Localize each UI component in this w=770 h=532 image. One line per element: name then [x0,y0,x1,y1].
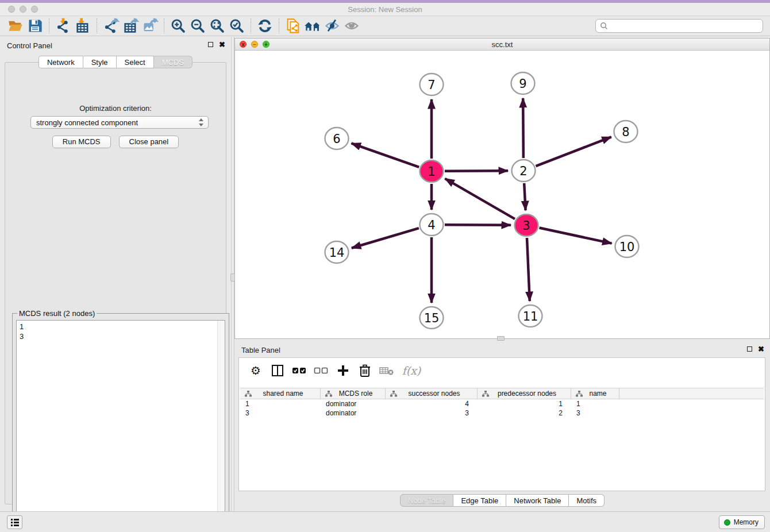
edge-2-3[interactable] [524,183,525,210]
gear-icon[interactable]: ⚙ [247,363,264,379]
show-all-icon[interactable] [342,17,361,34]
tab-edge-table[interactable]: Edge Table [453,494,506,507]
close-panel-button[interactable]: Close panel [119,136,179,148]
cell-successor: 4 [386,399,478,408]
app-title: Session: New Session [0,5,770,14]
network-resize-handle[interactable] [497,336,505,341]
table-toolbar: ⚙f(x) [239,358,765,383]
node-9[interactable]: 9 [511,72,535,94]
result-scrollbar[interactable] [217,321,225,522]
mcds-result-text: 1 3 [20,322,24,341]
export-image-icon[interactable] [140,17,160,34]
fit-content-icon[interactable] [207,17,227,34]
column-header-predecessor-nodes[interactable]: predecessor nodes [478,388,571,399]
columns-icon[interactable] [269,363,286,379]
node-14[interactable]: 14 [325,241,349,263]
network-window-titlebar[interactable]: x − + scc.txt [235,38,769,51]
node-11[interactable]: 11 [519,305,542,327]
zoom-out-icon[interactable] [188,17,207,34]
import-table-icon[interactable] [73,17,93,34]
search-input[interactable] [609,20,763,32]
control-panel-header: Control Panel ✖ [0,37,231,54]
main-toolbar [0,16,770,36]
edge-2-8[interactable] [536,137,611,166]
zoom-selected-icon[interactable] [227,17,247,34]
column-header-successor-nodes[interactable]: successor nodes [386,388,478,399]
task-list-icon [10,518,20,527]
node-1[interactable]: 1 [420,160,444,182]
task-history-button[interactable] [7,515,22,529]
edge-3-10[interactable] [540,228,612,244]
node-2[interactable]: 2 [512,160,536,182]
column-header-shared-name[interactable]: shared name [240,388,321,399]
import-network-icon[interactable] [53,17,73,34]
criterion-dropdown[interactable]: strongly connected component [30,116,209,129]
edge-3-1[interactable] [445,179,515,219]
network-view-window: x − + scc.txt 7968124314101511 [234,38,770,339]
run-mcds-button[interactable]: Run MCDS [52,136,111,148]
search-field[interactable] [595,19,763,33]
memory-button[interactable]: Memory [719,515,765,529]
node-label-14: 14 [329,246,345,260]
node-4[interactable]: 4 [420,214,444,236]
export-network-icon[interactable] [101,17,121,34]
edge-2-9[interactable] [523,98,523,158]
hide-selected-icon[interactable] [322,17,342,34]
tab-motifs[interactable]: Motifs [569,494,605,507]
tab-node-table[interactable]: Node Table [400,494,454,507]
unselect-all-icon[interactable] [313,363,330,379]
close-panel-icon[interactable]: ✖ [219,41,225,48]
column-header-MCDS-role[interactable]: MCDS role [321,388,386,399]
node-10[interactable]: 10 [615,236,639,257]
edge-4-3[interactable] [445,225,511,225]
float-panel-icon[interactable] [208,42,213,47]
node-6[interactable]: 6 [325,128,349,149]
delete-row-icon[interactable] [356,363,374,379]
node-8[interactable]: 8 [614,121,638,142]
hierarchy-sort-icon [245,391,252,397]
mcds-result-area[interactable]: 1 3 [16,320,225,522]
column-header-name[interactable]: name [571,388,619,399]
cell-name: 3 [571,408,619,418]
table-close-panel-icon[interactable]: ✖ [758,346,764,352]
node-label-11: 11 [523,310,538,323]
new-network-from-selection-icon[interactable] [283,17,303,34]
edge-1-6[interactable] [352,143,419,167]
table-float-panel-icon[interactable] [747,346,752,352]
edge-4-14[interactable] [352,228,419,248]
open-session-icon[interactable] [6,17,25,34]
add-row-icon[interactable] [334,363,352,379]
toolbar-separator [164,18,164,33]
optimization-criterion-label: Optimization criterion: [5,104,226,113]
tab-select[interactable]: Select [117,56,154,68]
node-table-card: ⚙f(x) shared nameMCDS rolesuccessor node… [238,357,765,491]
tab-network-table[interactable]: Network Table [506,494,569,507]
node-15[interactable]: 15 [420,307,444,329]
cell-successor: 3 [386,408,478,418]
apply-layout-icon[interactable] [255,17,275,34]
tab-mcds[interactable]: MCDS [154,56,192,68]
table-row[interactable]: 3dominator323 [240,408,764,418]
table-row[interactable]: 1dominator411 [240,399,764,408]
memory-status-icon [724,519,730,526]
tab-network[interactable]: Network [38,56,83,68]
zoom-in-icon[interactable] [168,17,188,34]
toolbar-separator [279,18,279,33]
cell-predecessor: 1 [478,399,571,408]
save-session-icon[interactable] [25,17,45,34]
first-neighbors-icon[interactable] [303,17,322,34]
column-label: shared name [252,390,320,398]
network-canvas[interactable]: 7968124314101511 [235,51,769,338]
tab-style[interactable]: Style [83,56,117,68]
cell-predecessor: 2 [478,408,571,418]
node-3[interactable]: 3 [515,214,538,236]
mcds-panel-body: Optimization criterion: strongly connect… [5,62,226,504]
edge-3-11[interactable] [527,238,530,301]
select-all-icon[interactable] [291,363,308,379]
edge-1-2[interactable] [445,171,508,171]
node-7[interactable]: 7 [420,74,444,95]
export-table-icon[interactable] [121,17,140,34]
node-label-9: 9 [519,77,526,91]
hierarchy-sort-icon [482,391,489,397]
network-window-title: scc.txt [235,40,769,49]
